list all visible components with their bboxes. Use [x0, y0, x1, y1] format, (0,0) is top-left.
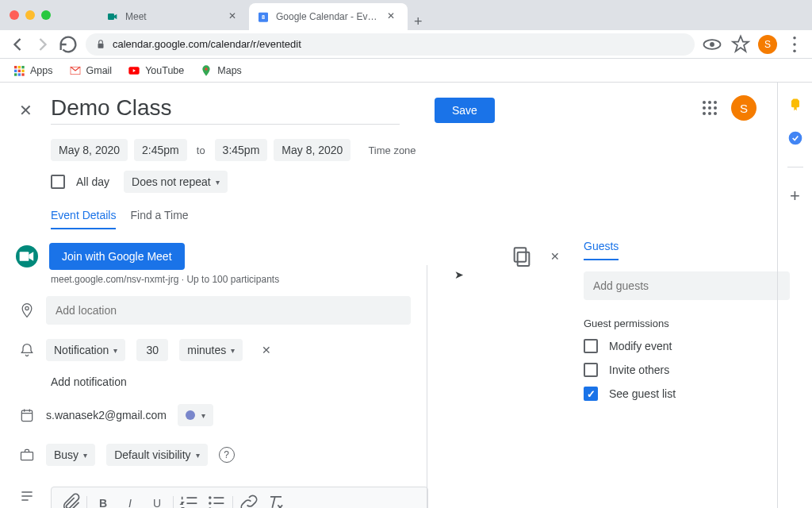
- svg-text:8: 8: [262, 13, 265, 21]
- svg-rect-17: [21, 73, 24, 75]
- notification-type-dropdown[interactable]: Notification: [46, 339, 125, 361]
- notification-unit-dropdown[interactable]: minutes: [179, 339, 243, 361]
- attach-icon[interactable]: [59, 492, 82, 508]
- tasks-icon[interactable]: [787, 130, 803, 146]
- keep-icon[interactable]: [787, 97, 803, 113]
- reload-button[interactable]: [57, 33, 79, 56]
- repeat-dropdown[interactable]: Does not repeat: [124, 171, 228, 193]
- event-title-input[interactable]: [51, 95, 400, 125]
- invite-others-checkbox[interactable]: [584, 363, 598, 377]
- meet-link-info: meet.google.com/nsv-nxmt-jrg · Up to 100…: [51, 274, 574, 285]
- bold-icon[interactable]: B: [92, 492, 114, 508]
- svg-rect-9: [14, 66, 17, 68]
- allday-checkbox[interactable]: [51, 175, 65, 189]
- guests-panel: Guests Guest permissions Modify event In…: [574, 129, 812, 508]
- calendar-icon: [19, 407, 35, 423]
- svg-point-24: [25, 306, 29, 310]
- tab-find-a-time[interactable]: Find a Time: [130, 209, 188, 229]
- briefcase-icon: [19, 447, 35, 463]
- calendar-icon: 8: [257, 10, 270, 23]
- link-icon[interactable]: [238, 492, 260, 508]
- bullet-list-icon[interactable]: [205, 492, 228, 508]
- new-tab-button[interactable]: +: [414, 13, 423, 30]
- allday-label: All day: [76, 175, 109, 188]
- add-guests-input[interactable]: [584, 271, 790, 300]
- youtube-icon: [128, 64, 140, 77]
- google-apps-icon[interactable]: [703, 101, 717, 115]
- color-selector[interactable]: [178, 404, 213, 426]
- visibility-dropdown[interactable]: Default visibility: [106, 444, 207, 466]
- svg-rect-3: [98, 43, 104, 48]
- eye-icon[interactable]: [701, 33, 723, 56]
- close-icon[interactable]: ✕: [16, 101, 35, 120]
- tab-guests[interactable]: Guests: [584, 240, 619, 260]
- menu-icon[interactable]: [783, 33, 806, 56]
- tab-title: Meet: [125, 11, 222, 22]
- busy-dropdown[interactable]: Busy: [46, 444, 95, 466]
- italic-icon[interactable]: I: [119, 492, 141, 508]
- svg-point-7: [793, 43, 796, 46]
- remove-notification-icon[interactable]: ✕: [254, 337, 279, 363]
- join-meet-button[interactable]: Join with Google Meet: [49, 243, 185, 270]
- svg-rect-25: [21, 410, 32, 421]
- bookmark-apps[interactable]: Apps: [6, 61, 59, 80]
- remove-meet-icon[interactable]: ✕: [542, 244, 568, 269]
- modify-event-label: Modify event: [609, 340, 672, 352]
- close-icon[interactable]: ✕: [387, 10, 400, 23]
- forward-button[interactable]: [32, 33, 54, 56]
- meet-icon: [106, 10, 119, 23]
- start-time[interactable]: 2:45pm: [134, 139, 187, 161]
- add-notification-link[interactable]: Add notification: [51, 375, 574, 388]
- browser-tab-meet[interactable]: Meet ✕: [98, 3, 249, 30]
- side-panel: +: [777, 83, 812, 508]
- modify-event-checkbox[interactable]: [584, 339, 598, 353]
- star-icon[interactable]: [730, 33, 752, 56]
- bookmarks-bar: Apps Gmail YouTube Maps: [0, 59, 812, 83]
- add-addon-icon[interactable]: +: [787, 188, 803, 204]
- bookmark-youtube[interactable]: YouTube: [121, 61, 190, 80]
- svg-rect-14: [21, 69, 24, 71]
- svg-rect-26: [21, 452, 33, 460]
- lock-icon: [95, 39, 106, 50]
- back-button[interactable]: [6, 33, 29, 56]
- window-minimize[interactable]: [25, 10, 35, 20]
- profile-avatar[interactable]: S: [758, 35, 777, 54]
- tab-event-details[interactable]: Event Details: [51, 209, 116, 229]
- browser-tab-calendar[interactable]: 8 Google Calendar - Event detail ✕: [249, 3, 408, 30]
- window-close[interactable]: [10, 10, 19, 20]
- start-date[interactable]: May 8, 2020: [51, 139, 128, 161]
- description-editor[interactable]: B I U Add description: [51, 487, 428, 508]
- svg-rect-0: [108, 13, 114, 20]
- underline-icon[interactable]: U: [146, 492, 168, 508]
- bookmark-maps[interactable]: Maps: [193, 61, 248, 80]
- svg-rect-11: [21, 66, 24, 68]
- copy-icon[interactable]: [509, 244, 534, 269]
- numbered-list-icon[interactable]: [178, 492, 201, 508]
- timezone-link[interactable]: Time zone: [368, 144, 416, 156]
- address-bar[interactable]: calendar.google.com/calendar/r/eventedit: [86, 33, 695, 56]
- end-date[interactable]: May 8, 2020: [274, 139, 350, 161]
- see-guest-list-label: See guest list: [609, 387, 676, 400]
- clear-format-icon[interactable]: [265, 492, 287, 508]
- bookmark-gmail[interactable]: Gmail: [63, 61, 119, 80]
- description-toolbar: B I U: [52, 487, 427, 508]
- svg-point-5: [710, 42, 714, 47]
- close-icon[interactable]: ✕: [228, 10, 241, 23]
- see-guest-list-checkbox[interactable]: [584, 387, 598, 401]
- meet-icon: [16, 245, 38, 267]
- help-icon[interactable]: ?: [219, 447, 235, 463]
- location-input[interactable]: [46, 296, 411, 325]
- svg-point-27: [209, 496, 212, 499]
- svg-rect-22: [518, 252, 530, 266]
- svg-rect-15: [14, 73, 17, 75]
- end-time[interactable]: 3:45pm: [215, 139, 268, 161]
- window-maximize[interactable]: [41, 10, 51, 20]
- browser-toolbar: calendar.google.com/calendar/r/eventedit…: [0, 30, 812, 59]
- save-button[interactable]: Save: [435, 98, 495, 123]
- svg-rect-13: [18, 69, 21, 71]
- svg-point-28: [209, 502, 212, 505]
- invite-others-label: Invite others: [609, 364, 669, 376]
- notification-value[interactable]: 30: [136, 339, 168, 361]
- calendar-event-editor: ✕ Save May 8, 2020 2:45pm to 3:45pm May …: [0, 83, 812, 508]
- account-avatar[interactable]: S: [731, 95, 756, 121]
